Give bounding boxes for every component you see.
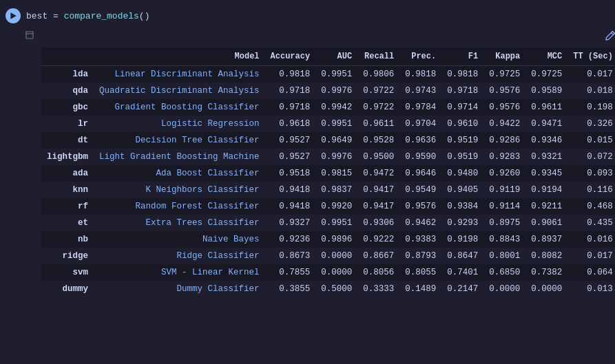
cell-recall: 0.9500 bbox=[357, 149, 399, 165]
cell-model: Naive Bayes bbox=[94, 231, 265, 248]
cell-kappa: 0.9114 bbox=[483, 198, 525, 215]
cell-recall: 0.9472 bbox=[357, 165, 399, 182]
col-accuracy: Accuracy bbox=[265, 47, 316, 66]
cell-recall: 0.9611 bbox=[357, 116, 399, 132]
cell-recall: 0.9417 bbox=[357, 198, 399, 215]
cell-tt: 0.093 bbox=[567, 165, 615, 182]
cell-tt: 0.013 bbox=[567, 281, 615, 297]
cell-prec: 0.9743 bbox=[399, 83, 441, 99]
col-kappa: Kappa bbox=[483, 47, 525, 66]
cell-accuracy: 0.9818 bbox=[265, 66, 316, 83]
table-header: Model Accuracy AUC Recall Prec. F1 Kappa… bbox=[41, 47, 615, 66]
cell-mcc: 0.9321 bbox=[525, 149, 567, 165]
cell-tt: 0.116 bbox=[567, 182, 615, 198]
col-prec: Prec. bbox=[399, 47, 441, 66]
cell-recall: 0.9306 bbox=[357, 215, 399, 231]
cell-abbr: lightgbm bbox=[41, 149, 94, 165]
cell-mcc: 0.0000 bbox=[525, 281, 567, 297]
run-button[interactable] bbox=[6, 8, 21, 23]
cell-mcc: 0.8082 bbox=[525, 248, 567, 264]
cell-prec: 0.9636 bbox=[399, 132, 441, 149]
cell-accuracy: 0.9418 bbox=[265, 182, 316, 198]
table-body: ldaLinear Discriminant Analysis0.98180.9… bbox=[41, 66, 615, 298]
cell-auc: 0.9837 bbox=[315, 182, 357, 198]
cell-f1: 0.9610 bbox=[441, 116, 483, 132]
cell-mcc: 0.7382 bbox=[525, 264, 567, 281]
edit-icon[interactable] bbox=[602, 29, 615, 46]
table-row: lightgbmLight Gradient Boosting Machine0… bbox=[41, 149, 615, 165]
cell-prec: 0.9549 bbox=[399, 182, 441, 198]
cell-model: Light Gradient Boosting Machine bbox=[94, 149, 265, 165]
cell-prec: 0.9818 bbox=[399, 66, 441, 83]
cell-auc: 0.9815 bbox=[315, 165, 357, 182]
cell-kappa: 0.8975 bbox=[483, 215, 525, 231]
col-model: Model bbox=[94, 47, 265, 66]
header-row: Model Accuracy AUC Recall Prec. F1 Kappa… bbox=[41, 47, 615, 66]
cell-kappa: 0.9286 bbox=[483, 132, 525, 149]
cell-auc: 0.9896 bbox=[315, 231, 357, 248]
cell-recall: 0.9528 bbox=[357, 132, 399, 149]
output-area: Model Accuracy AUC Recall Prec. F1 Kappa… bbox=[0, 29, 615, 297]
cell-f1: 0.9198 bbox=[441, 231, 483, 248]
cell-kappa: 0.8843 bbox=[483, 231, 525, 248]
cell-abbr: et bbox=[41, 215, 94, 231]
cell-kappa: 0.0000 bbox=[483, 281, 525, 297]
cell-auc: 0.9951 bbox=[315, 116, 357, 132]
cell-prec: 0.8793 bbox=[399, 248, 441, 264]
cell-kappa: 0.9283 bbox=[483, 149, 525, 165]
cell-kappa: 0.9422 bbox=[483, 116, 525, 132]
cell-accuracy: 0.9618 bbox=[265, 116, 316, 132]
cell-prec: 0.9590 bbox=[399, 149, 441, 165]
cell-kappa: 0.9725 bbox=[483, 66, 525, 83]
cell-tt: 0.015 bbox=[567, 132, 615, 149]
cell-abbr: svm bbox=[41, 264, 94, 281]
table-row: rfRandom Forest Classifier0.94180.99200.… bbox=[41, 198, 615, 215]
cell-mcc: 0.9346 bbox=[525, 132, 567, 149]
cell-tt: 0.435 bbox=[567, 215, 615, 231]
models-table: Model Accuracy AUC Recall Prec. F1 Kappa… bbox=[41, 47, 615, 297]
cell-f1: 0.9818 bbox=[441, 66, 483, 83]
cell-auc: 0.9942 bbox=[315, 99, 357, 116]
compare-models-output: Model Accuracy AUC Recall Prec. F1 Kappa… bbox=[41, 29, 615, 297]
cell-abbr: rf bbox=[41, 198, 94, 215]
cell-accuracy: 0.9418 bbox=[265, 198, 316, 215]
col-f1: F1 bbox=[441, 47, 483, 66]
cell-auc: 0.9920 bbox=[315, 198, 357, 215]
cell-abbr: dummy bbox=[41, 281, 94, 297]
cell-model: Linear Discriminant Analysis bbox=[94, 66, 265, 83]
cell-tt: 0.326 bbox=[567, 116, 615, 132]
cell-mcc: 0.9611 bbox=[525, 99, 567, 116]
cell-prec: 0.9646 bbox=[399, 165, 441, 182]
cell-kappa: 0.9260 bbox=[483, 165, 525, 182]
cell-accuracy: 0.9527 bbox=[265, 132, 316, 149]
output-collapse-icon[interactable] bbox=[25, 30, 36, 41]
cell-tt: 0.017 bbox=[567, 66, 615, 83]
table-row: dtDecision Tree Classifier0.95270.96490.… bbox=[41, 132, 615, 149]
cell-model: K Neighbors Classifier bbox=[94, 182, 265, 198]
cell-f1: 0.9519 bbox=[441, 149, 483, 165]
cell-auc: 0.9976 bbox=[315, 83, 357, 99]
cell-recall: 0.9806 bbox=[357, 66, 399, 83]
cell-f1: 0.7401 bbox=[441, 264, 483, 281]
cell-mcc: 0.9061 bbox=[525, 215, 567, 231]
cell-prec: 0.9576 bbox=[399, 198, 441, 215]
cell-prec: 0.9704 bbox=[399, 116, 441, 132]
table-row: qdaQuadratic Discriminant Analysis0.9718… bbox=[41, 83, 615, 99]
cell-abbr: knn bbox=[41, 182, 94, 198]
cell-abbr: nb bbox=[41, 231, 94, 248]
cell-accuracy: 0.9527 bbox=[265, 149, 316, 165]
cell-tt: 0.468 bbox=[567, 198, 615, 215]
cell-auc: 0.9951 bbox=[315, 215, 357, 231]
cell-recall: 0.9722 bbox=[357, 99, 399, 116]
notebook-cell: best = compare_models() bbox=[0, 0, 615, 303]
cell-model: Random Forest Classifier bbox=[94, 198, 265, 215]
cell-kappa: 0.6850 bbox=[483, 264, 525, 281]
cell-model: Ridge Classifier bbox=[94, 248, 265, 264]
cell-f1: 0.9405 bbox=[441, 182, 483, 198]
cell-recall: 0.9722 bbox=[357, 83, 399, 99]
cell-model: Gradient Boosting Classifier bbox=[94, 99, 265, 116]
cell-f1: 0.9480 bbox=[441, 165, 483, 182]
cell-f1: 0.8647 bbox=[441, 248, 483, 264]
cell-auc: 0.0000 bbox=[315, 264, 357, 281]
cell-mcc: 0.9589 bbox=[525, 83, 567, 99]
